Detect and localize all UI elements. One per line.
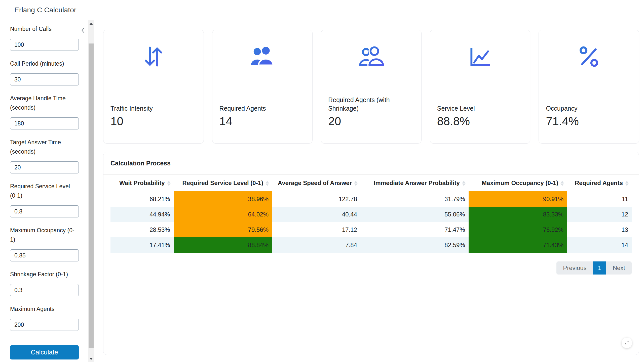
table-cell: 38.96% xyxy=(174,191,272,207)
table-cell: 17.12 xyxy=(272,222,361,237)
chart-line-icon xyxy=(437,42,523,71)
triangle-down-icon xyxy=(89,358,93,360)
arrows-down-up-icon xyxy=(110,42,197,71)
card-label: Service Level xyxy=(437,104,523,113)
table-cell: 83.33% xyxy=(469,207,567,222)
calculate-button[interactable]: Calculate xyxy=(10,345,79,359)
table-cell: 79.56% xyxy=(174,222,272,237)
triangle-up-icon xyxy=(89,23,93,25)
sidebar: Number of Calls Call Period (minutes) Av… xyxy=(0,20,87,362)
table-cell: 13 xyxy=(567,222,632,237)
calculation-table-wrap: Wait Probability Required Service Level … xyxy=(103,175,639,275)
sidebar-field: Target Answer Time (seconds) xyxy=(10,138,79,173)
sidebar-field: Number of Calls xyxy=(10,24,79,51)
sidebar-field: Shrinkage Factor (0-1) xyxy=(10,270,79,296)
panel-title: Calculation Process xyxy=(110,160,171,167)
table-column-header[interactable]: Wait Probability xyxy=(110,175,174,191)
table-cell: 90.91% xyxy=(469,191,567,207)
field-label: Maximum Agents xyxy=(10,304,75,314)
pagination-page-1-button[interactable]: 1 xyxy=(593,261,606,275)
table-column-header[interactable]: Immediate Answer Probability xyxy=(361,175,469,191)
table-cell: 71.47% xyxy=(361,222,469,237)
sort-icon xyxy=(354,181,358,186)
scrollbar-thumb[interactable] xyxy=(89,43,94,348)
scroll-down-button[interactable] xyxy=(88,355,94,362)
table-column-header[interactable]: Average Speed of Answer xyxy=(272,175,361,191)
card-value: 14 xyxy=(219,115,306,128)
sidebar-fields: Number of Calls Call Period (minutes) Av… xyxy=(10,24,79,331)
field-input[interactable] xyxy=(10,39,79,51)
table-column-header[interactable]: Required Service Level (0-1) xyxy=(174,175,272,191)
sort-icon xyxy=(462,181,466,186)
sidebar-field: Average Handle Time (seconds) xyxy=(10,94,79,129)
sidebar-field: Call Period (minutes) xyxy=(10,59,79,85)
expand-panel-button[interactable] xyxy=(622,338,632,348)
card-label: Occupancy xyxy=(546,104,632,113)
table-row: 68.21%38.96%122.7831.79%90.91%11 xyxy=(110,191,632,207)
card-value: 10 xyxy=(110,115,197,128)
table-row: 44.94%64.02%40.4455.06%83.33%12 xyxy=(110,207,632,222)
table-cell: 28.53% xyxy=(110,222,174,237)
app-header: Erlang C Calculator xyxy=(0,0,644,20)
field-label: Target Answer Time (seconds) xyxy=(10,138,75,156)
card-label: Required Agents xyxy=(219,104,306,113)
card-value: 88.8% xyxy=(437,115,523,128)
sort-icon xyxy=(625,181,629,186)
table-cell: 31.79% xyxy=(361,191,469,207)
table-cell: 7.84 xyxy=(272,237,361,253)
table-cell: 55.06% xyxy=(361,207,469,222)
table-cell: 122.78 xyxy=(272,191,361,207)
page-title: Erlang C Calculator xyxy=(14,6,77,14)
table-cell: 88.84% xyxy=(174,237,272,253)
table-row: 17.41%88.84%7.8482.59%71.43%14 xyxy=(110,237,632,253)
table-column-header[interactable]: Required Agents xyxy=(567,175,632,191)
field-input[interactable] xyxy=(10,284,79,296)
sidebar-field: Maximum Agents xyxy=(10,304,79,331)
field-input[interactable] xyxy=(10,249,79,261)
people-outline-icon xyxy=(328,42,414,71)
metric-card: Required Agents (with Shrinkage) 20 xyxy=(321,30,422,144)
table-cell: 71.43% xyxy=(469,237,567,253)
chevron-left-icon xyxy=(81,27,85,34)
field-input[interactable] xyxy=(10,161,79,173)
field-label: Call Period (minutes) xyxy=(10,59,75,68)
field-label: Shrinkage Factor (0-1) xyxy=(10,270,75,279)
metric-card: Traffic Intensity 10 xyxy=(103,30,204,144)
sidebar-collapse-button[interactable] xyxy=(80,27,86,35)
field-label: Required Service Level (0-1) xyxy=(10,182,75,200)
metric-card: Occupancy 71.4% xyxy=(539,30,639,144)
field-input[interactable] xyxy=(10,73,79,85)
sort-icon xyxy=(167,181,171,186)
metric-card: Service Level 88.8% xyxy=(430,30,531,144)
table-header-row: Wait Probability Required Service Level … xyxy=(110,175,632,191)
field-input[interactable] xyxy=(10,117,79,129)
field-label: Average Handle Time (seconds) xyxy=(10,94,75,112)
pagination: Previous 1 Next xyxy=(556,261,632,275)
sort-icon xyxy=(560,181,564,186)
sort-icon xyxy=(266,181,269,186)
field-label: Maximum Occupancy (0-1) xyxy=(10,226,75,244)
pagination-previous-button[interactable]: Previous xyxy=(556,261,593,275)
table-cell: 76.92% xyxy=(469,222,567,237)
erlang-c-calculator-app: Erlang C Calculator Number of Calls Call… xyxy=(0,0,644,362)
sidebar-scrollbar[interactable] xyxy=(88,20,94,362)
field-input[interactable] xyxy=(10,319,79,331)
metric-card: Required Agents 14 xyxy=(212,30,313,144)
sidebar-field: Required Service Level (0-1) xyxy=(10,182,79,217)
table-cell: 82.59% xyxy=(361,237,469,253)
scroll-up-button[interactable] xyxy=(88,20,94,27)
table-row: 28.53%79.56%17.1271.47%76.92%13 xyxy=(110,222,632,237)
table-cell: 11 xyxy=(567,191,632,207)
table-cell: 68.21% xyxy=(110,191,174,207)
table-cell: 14 xyxy=(567,237,632,253)
card-label: Traffic Intensity xyxy=(110,104,197,113)
table-cell: 12 xyxy=(567,207,632,222)
pagination-row: Previous 1 Next xyxy=(110,261,632,275)
table-cell: 64.02% xyxy=(174,207,272,222)
panel-header: Calculation Process xyxy=(103,152,639,175)
percent-icon xyxy=(546,42,632,71)
table-column-header[interactable]: Maximum Occupancy (0-1) xyxy=(469,175,567,191)
field-input[interactable] xyxy=(10,205,79,217)
pagination-next-button[interactable]: Next xyxy=(606,261,632,275)
expand-icon xyxy=(624,340,629,346)
